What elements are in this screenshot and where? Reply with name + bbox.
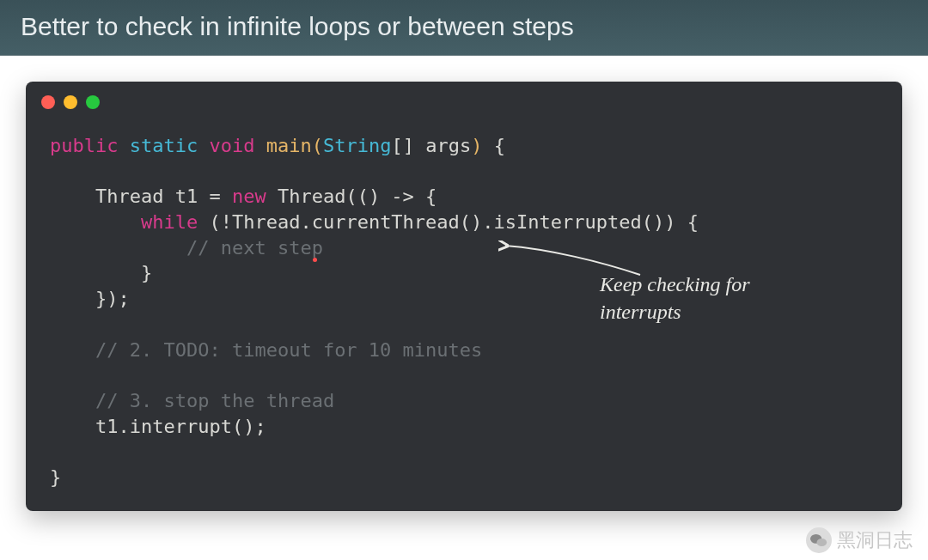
code-text: } [50,262,152,283]
comment-next-step: // next step [50,237,323,259]
wechat-icon [806,527,832,553]
paren-open: ( [312,135,323,156]
brackets: [] [391,135,414,156]
comment-stop: // 3. stop the thread [50,390,334,411]
code-text: t1.interrupt(); [50,416,266,437]
watermark-text: 黑洞日志 [837,527,913,553]
code-block: public static void main(String[] args) {… [26,118,902,490]
code-text: (!Thread.currentThread().isInterrupted()… [198,211,699,233]
slide-content: public static void main(String[] args) {… [0,56,928,511]
code-window: public static void main(String[] args) {… [26,82,902,511]
paren-close: ) [471,135,482,156]
slide-title: Better to check in infinite loops or bet… [21,12,574,40]
brace-open: { [482,135,505,156]
kw-new: new [232,186,266,207]
brace-close: } [50,466,61,488]
kw-void: void [209,135,254,156]
kw-static: static [130,135,198,156]
slide-header: Better to check in infinite loops or bet… [0,0,928,56]
window-controls [26,82,902,118]
svg-point-1 [817,539,827,546]
comment-todo: // 2. TODO: timeout for 10 minutes [50,339,482,361]
kw-while: while [141,211,198,233]
minimize-icon [64,95,77,109]
code-text: Thread t1 = [50,186,232,207]
maximize-icon [86,95,100,109]
watermark: 黑洞日志 [806,527,913,553]
type-string: String [323,135,391,156]
close-icon [41,95,55,109]
args: args [414,135,471,156]
kw-public: public [50,135,118,156]
indent [50,211,141,233]
cursor-dot-icon [313,258,317,262]
code-text: Thread(() -> { [266,186,437,207]
fn-main: main [266,135,312,156]
code-text: }); [50,288,130,309]
